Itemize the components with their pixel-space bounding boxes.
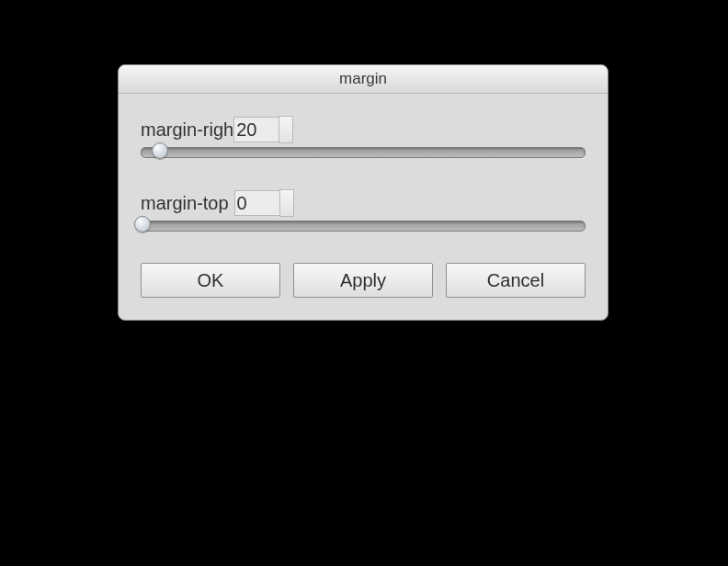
dialog-button-row: OK Apply Cancel (141, 263, 586, 298)
margin-top-group: margin-top (141, 189, 586, 232)
margin-right-stepper[interactable] (233, 116, 293, 143)
margin-top-label: margin-top (141, 193, 229, 214)
margin-right-label: margin-righ (141, 119, 233, 141)
margin-top-input[interactable] (234, 190, 280, 216)
margin-right-label-row: margin-righ (141, 116, 586, 143)
margin-top-slider[interactable] (141, 221, 586, 232)
margin-top-slider-thumb[interactable] (134, 216, 151, 232)
margin-right-slider-thumb[interactable] (152, 142, 168, 159)
margin-right-group: margin-righ (141, 116, 586, 158)
dialog-title: margin (119, 65, 608, 94)
margin-right-input[interactable] (233, 117, 279, 142)
margin-top-label-row: margin-top (141, 189, 586, 217)
margin-top-spin-buttons[interactable] (279, 189, 294, 217)
dialog-content: margin-righ margin-top (119, 94, 608, 320)
cancel-button[interactable]: Cancel (446, 263, 586, 298)
margin-right-slider[interactable] (141, 147, 586, 158)
margin-right-spin-buttons[interactable] (279, 116, 293, 143)
margin-dialog: margin margin-righ margin-top (118, 64, 609, 321)
ok-button[interactable]: OK (141, 263, 280, 298)
apply-button[interactable]: Apply (293, 263, 433, 298)
margin-top-stepper[interactable] (234, 189, 294, 217)
